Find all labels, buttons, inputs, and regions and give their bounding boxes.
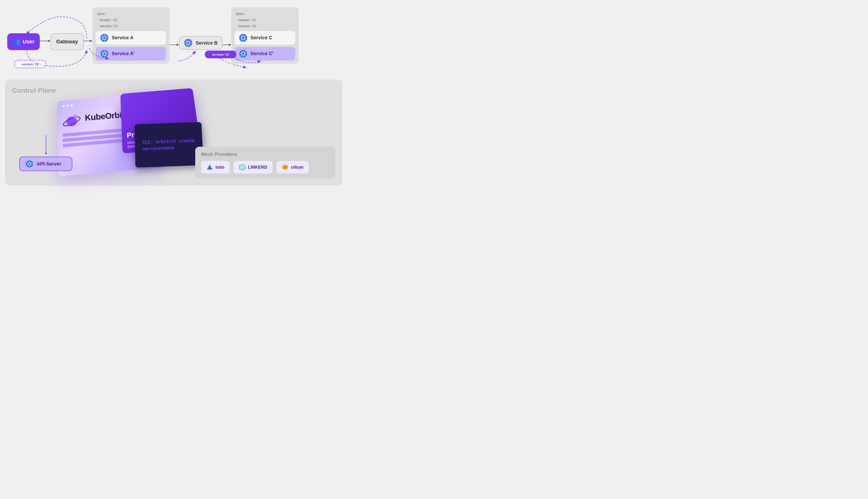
- svg-marker-3: [90, 40, 92, 42]
- mesh-providers: Mesh Providers Istio LINKERD: [195, 147, 335, 178]
- mesh-items: Istio LINKERD cilium: [201, 161, 329, 173]
- cli-text: CLI: orbitctl create serviceroute: [143, 137, 195, 152]
- svg-text:version: V2: version: V2: [212, 53, 229, 57]
- kubeorbit-title: KubeOrbit: [85, 110, 125, 123]
- dot-3: [70, 104, 73, 107]
- user-icon: 👥: [13, 38, 20, 46]
- spec-c-line1: Spec:: [236, 12, 245, 16]
- istio-label: Istio: [216, 165, 225, 170]
- api-arrow: [46, 135, 46, 154]
- mesh-item-istio: Istio: [201, 161, 230, 173]
- control-plane: Control Plane KubeOrbit: [5, 80, 342, 185]
- istio-icon: [206, 164, 213, 171]
- spec-c-line2: header: V2: [238, 18, 256, 22]
- user-box: 👥 User: [7, 33, 40, 50]
- mesh-item-cilium: cilium: [276, 161, 309, 173]
- service-c-row: Service C: [234, 31, 295, 45]
- svg-marker-75: [239, 164, 245, 170]
- svg-marker-1: [48, 40, 50, 42]
- spec-a-line2: header: V2: [99, 18, 117, 22]
- k8s-icon-c: [239, 34, 248, 42]
- spec-a-line3: version: V2: [99, 24, 118, 28]
- svg-marker-76: [241, 166, 244, 169]
- svg-rect-58: [14, 60, 46, 68]
- orbit-icon: [62, 110, 82, 129]
- spec-c-line3: version: V2: [238, 24, 256, 28]
- service-a-label: Service A: [112, 35, 133, 40]
- service-a-prime-label: Service A': [112, 51, 134, 57]
- spec-c-container: Spec: header: V2 version: V2 Servi: [231, 7, 299, 64]
- service-a-prime-row: Service A': [96, 47, 166, 60]
- linkerd-icon: [239, 164, 245, 171]
- svg-marker-37: [229, 44, 231, 46]
- svg-marker-25: [177, 44, 179, 46]
- user-label: User: [23, 38, 35, 45]
- k8s-icon-a-prime: [100, 49, 109, 58]
- api-server-box: API-Server: [19, 157, 72, 171]
- svg-text:version: V2: version: V2: [22, 62, 39, 66]
- dot-2: [66, 104, 69, 107]
- k8s-icon-c-prime: [239, 49, 248, 58]
- k8s-icon-b: [184, 38, 193, 47]
- service-c-label: Service C: [251, 35, 273, 40]
- linkerd-label: LINKERD: [248, 165, 267, 170]
- service-b-box: Service B: [179, 36, 222, 50]
- arrow-serviceb-specc: [222, 42, 231, 47]
- dot-1: [62, 105, 64, 108]
- arrow-gateway-speca: [84, 38, 92, 44]
- cilium-label: cilium: [291, 165, 303, 170]
- service-c-prime-row: Service C': [234, 47, 295, 60]
- k8s-icon-api: [25, 159, 34, 168]
- mesh-item-linkerd: LINKERD: [233, 161, 273, 173]
- mesh-providers-label: Mesh Providers: [201, 151, 329, 157]
- spec-a-line1: Spec:: [97, 12, 106, 16]
- service-c-prime-label: Service C': [251, 51, 274, 57]
- k8s-icon-a: [100, 34, 109, 42]
- service-a-row: Service A: [96, 31, 166, 45]
- gateway-label: Gateway: [56, 38, 78, 45]
- arrow-speca-serviceb: [169, 42, 179, 47]
- diagram-wrapper: 👥 User Gateway Spec: header: V2: [0, 0, 347, 199]
- service-b-label: Service B: [195, 40, 217, 46]
- api-server-label: API-Server: [37, 161, 61, 167]
- arrow-user-gateway: [40, 38, 50, 44]
- spec-a-container: Spec: header: V2 version: V2 Servi: [92, 7, 169, 64]
- cilium-icon: [282, 164, 289, 171]
- gateway-box: Gateway: [50, 33, 84, 50]
- top-section: 👥 User Gateway Spec: header: V2: [5, 5, 342, 80]
- cli-card: CLI: orbitctl create serviceroute: [134, 122, 203, 168]
